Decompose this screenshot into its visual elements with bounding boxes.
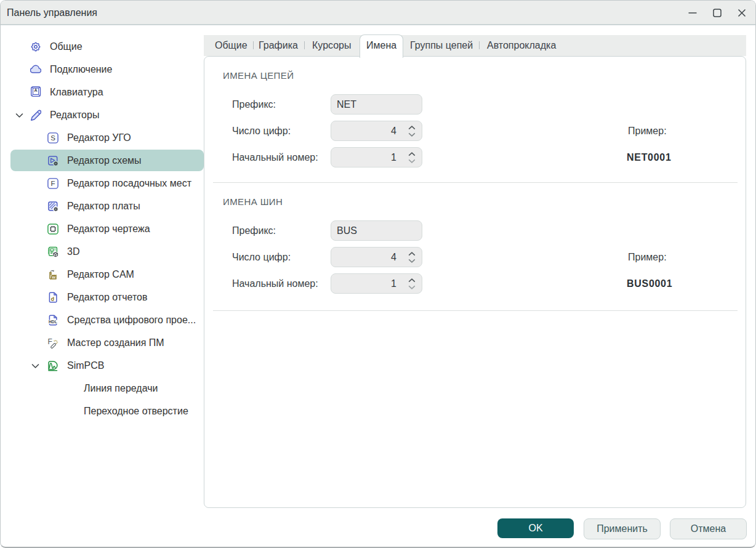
svg-text:F: F [50, 180, 55, 187]
svg-text:HDL: HDL [49, 320, 57, 324]
svg-text:F: F [47, 337, 52, 346]
svg-text:S: S [50, 134, 55, 142]
svg-text:A: A [34, 88, 38, 92]
